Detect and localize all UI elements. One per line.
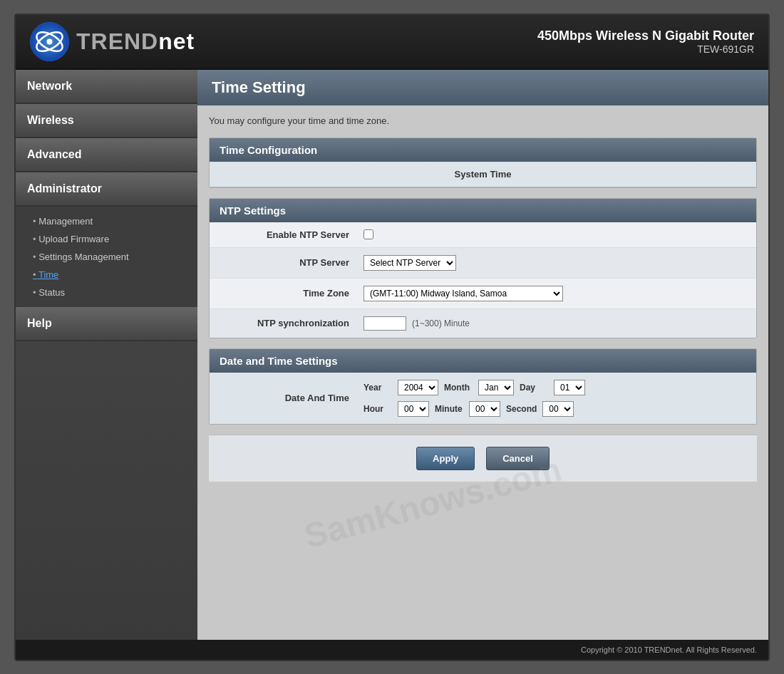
day-select[interactable]: 01	[554, 380, 585, 395]
date-time-body: Date And Time Year 2004 Month	[210, 373, 756, 424]
ntp-sync-input[interactable]: 300	[363, 316, 406, 331]
svg-point-3	[47, 38, 53, 44]
ntp-server-select[interactable]: Select NTP Server	[363, 255, 456, 271]
second-label: Second	[506, 404, 537, 414]
ntp-sync-label: NTP synchronization	[221, 318, 363, 328]
ntp-settings-section: NTP Settings Enable NTP Server NTP Serve…	[209, 198, 757, 338]
page-title: Time Setting	[212, 78, 754, 97]
main-layout: Network Wireless Advanced Administrator …	[16, 70, 768, 640]
ntp-settings-body: Enable NTP Server NTP Server Select NTP …	[210, 222, 756, 338]
submenu-upload-firmware[interactable]: Upload Firmware	[16, 230, 197, 248]
logo-area: TRENDnet	[30, 22, 195, 61]
ntp-sync-hint: (1~300) Minute	[412, 318, 470, 328]
second-select[interactable]: 00	[542, 401, 574, 417]
sidebar-item-administrator[interactable]: Administrator	[16, 172, 197, 207]
year-label: Year	[363, 383, 392, 393]
submenu-settings-management[interactable]: Settings Management	[16, 248, 197, 266]
page-description: You may configure your time and time zon…	[209, 115, 757, 126]
trendnet-logo-icon	[30, 22, 69, 61]
timezone-label: Time Zone	[221, 288, 363, 299]
ntp-server-row: NTP Server Select NTP Server	[210, 248, 756, 279]
hour-select[interactable]: 00	[398, 401, 429, 417]
button-row: Apply Cancel	[209, 435, 757, 482]
enable-ntp-checkbox[interactable]	[363, 229, 373, 239]
sidebar: Network Wireless Advanced Administrator …	[16, 70, 197, 640]
apply-button[interactable]: Apply	[416, 447, 475, 470]
date-time-section: Date and Time Settings Date And Time Yea…	[209, 348, 757, 425]
month-select[interactable]: Jan	[478, 380, 514, 395]
header: TRENDnet 450Mbps Wireless N Gigabit Rout…	[16, 15, 768, 70]
date-line: Year 2004 Month Jan Day	[363, 380, 745, 395]
system-time-row: System Time	[210, 162, 756, 187]
submenu-status[interactable]: Status	[16, 284, 197, 301]
month-label: Month	[444, 383, 473, 393]
enable-ntp-control	[363, 229, 745, 239]
ntp-sync-row: NTP synchronization 300 (1~300) Minute	[210, 309, 756, 338]
minute-select[interactable]: 00	[469, 401, 500, 417]
brand-name: TRENDnet	[76, 28, 195, 55]
ntp-server-label: NTP Server	[221, 257, 363, 268]
day-label: Day	[520, 383, 548, 393]
time-line: Hour 00 Minute 00 Second	[363, 401, 745, 417]
time-configuration-section: Time Configuration System Time	[209, 138, 757, 188]
hour-label: Hour	[363, 404, 392, 414]
sidebar-item-network[interactable]: Network	[16, 70, 197, 104]
ntp-sync-control: 300 (1~300) Minute	[363, 316, 745, 331]
model-number: TEW-691GR	[537, 43, 754, 55]
content-inner: You may configure your time and time zon…	[197, 105, 768, 492]
device-info: 450Mbps Wireless N Gigabit Router TEW-69…	[537, 28, 754, 55]
time-configuration-body: System Time	[210, 162, 756, 187]
footer: Copyright © 2010 TRENDnet. All Rights Re…	[16, 640, 768, 660]
timezone-row: Time Zone (GMT-11:00) Midway Island, Sam…	[210, 279, 756, 309]
minute-label: Minute	[435, 404, 463, 414]
submenu-management[interactable]: Management	[16, 212, 197, 230]
enable-ntp-label: Enable NTP Server	[221, 229, 363, 240]
device-name: 450Mbps Wireless N Gigabit Router	[537, 28, 754, 43]
administrator-submenu: Management Upload Firmware Settings Mana…	[16, 207, 197, 307]
sidebar-item-help[interactable]: Help	[16, 307, 197, 341]
timezone-select[interactable]: (GMT-11:00) Midway Island, Samoa	[363, 286, 563, 301]
copyright-text: Copyright © 2010 TRENDnet. All Rights Re…	[581, 646, 757, 654]
content-area: Time Setting You may configure your time…	[197, 70, 768, 640]
submenu-time[interactable]: Time	[16, 266, 197, 284]
sidebar-item-advanced[interactable]: Advanced	[16, 138, 197, 172]
page-title-bar: Time Setting	[197, 70, 768, 105]
sidebar-item-wireless[interactable]: Wireless	[16, 104, 197, 138]
date-time-row: Date And Time Year 2004 Month	[210, 373, 756, 424]
timezone-control: (GMT-11:00) Midway Island, Samoa	[363, 286, 745, 301]
time-configuration-header: Time Configuration	[210, 138, 756, 162]
year-select[interactable]: 2004	[398, 380, 438, 395]
ntp-settings-header: NTP Settings	[210, 199, 756, 222]
date-time-label: Date And Time	[221, 393, 363, 403]
enable-ntp-row: Enable NTP Server	[210, 222, 756, 248]
date-time-header: Date and Time Settings	[210, 349, 756, 373]
datetime-controls: Year 2004 Month Jan Day	[363, 380, 745, 417]
cancel-button[interactable]: Cancel	[486, 447, 550, 470]
ntp-server-control: Select NTP Server	[363, 255, 745, 271]
